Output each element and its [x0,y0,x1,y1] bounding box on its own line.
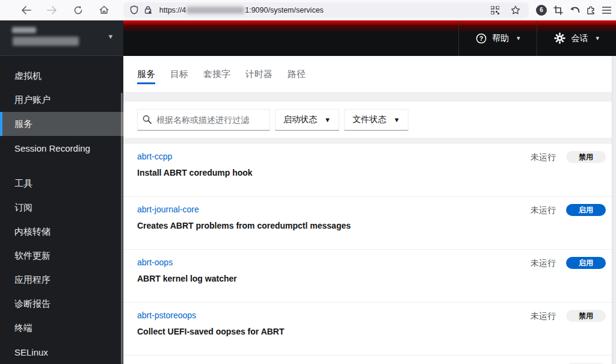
sidebar-item-服务[interactable]: 服务 [0,112,123,136]
service-file-state-badge: 禁用 [566,151,606,163]
tab-label: 计时器 [245,69,273,80]
bookmark-star-icon[interactable] [510,5,522,16]
service-info: abrt-pstoreoops Collect UEFI-saved oopse… [137,303,285,355]
shield-icon[interactable] [128,5,140,16]
tab-套接字[interactable]: 套接字 [203,56,230,92]
service-state: 未运行 [531,204,556,216]
lock-warning-icon[interactable] [143,5,155,16]
help-menu[interactable]: ? 帮助 ▾ [458,20,537,56]
sidebar-item-session-recording[interactable]: Session Recording [0,136,123,160]
address-bar[interactable]: https://41:9090/system/services [123,2,529,18]
filter-dropdown[interactable]: 启动状态▼ [275,109,339,131]
session-caret-icon: ▾ [596,34,599,42]
browser-back-icon[interactable] [18,2,34,18]
tab-目标[interactable]: 目标 [170,56,188,92]
help-label: 帮助 [492,33,509,44]
sidebar-item-label: Session Recording [14,143,90,153]
url-text[interactable]: https://41:9090/system/services [159,6,487,14]
services-tabs: 服务目标套接字计时器路径 [123,56,612,93]
service-state: 未运行 [531,257,556,269]
sidebar-item-label: 订阅 [14,202,32,214]
service-file-state-badge: 启用 [566,257,606,269]
sidebar-item-label: 软件更新 [14,250,51,262]
sidebar-item-label: 内核转储 [14,226,51,238]
sidebar-item-label: 工具 [14,178,32,190]
sidebar-item-工具[interactable]: 工具 [0,171,123,196]
service-row: abrt-ccpp Install ABRT coredump hook 未运行… [123,144,612,197]
browser-reload-icon[interactable] [70,2,86,18]
browser-toolbar: https://41:9090/system/services 6 [0,0,616,20]
sidebar-item-内核转储[interactable]: 内核转储 [0,220,123,244]
sidebar-item-selinux[interactable]: SELinux [0,340,123,364]
service-row: abrt-journal-core Creates ABRT problems … [123,197,612,250]
service-row: abrt-pstoreoops Collect UEFI-saved oopse… [123,303,612,356]
sidebar-item-诊断报告[interactable]: 诊断报告 [0,292,123,316]
url-prefix: https://4 [159,6,186,14]
service-name-link[interactable]: abrt-ccpp [137,150,172,162]
sidebar-item-虚拟机[interactable]: 虚拟机 [0,64,123,88]
filter-toolbar: 启动状态▼文件状态▼ [123,102,612,138]
svg-text:?: ? [479,34,483,42]
service-row: abrt-oops ABRT kernel log watcher 未运行 启用 [123,250,612,303]
masthead: ? 帮助 ▾ 会话 ▾ [123,20,616,56]
sidebar-item-软件更新[interactable]: 软件更新 [0,244,123,268]
service-name-link[interactable]: abrt-journal-core [137,203,199,215]
adblock-extension-badge[interactable]: 6 [536,5,547,16]
dropdown-caret-icon: ▼ [393,116,400,123]
service-status: 未运行 禁用 [531,303,606,355]
sidebar-item-label: 虚拟机 [14,70,42,82]
filter-dropdowns: 启动状态▼文件状态▼ [270,109,408,131]
service-info: abrt-journal-core Creates ABRT problems … [137,197,351,249]
service-name-link[interactable]: abrt-pstoreoops [137,309,196,321]
service-state: 未运行 [531,310,556,322]
tab-label: 套接字 [203,69,230,80]
sidebar-item-label: SELinux [14,347,48,357]
service-description: Install ABRT coredump hook [137,167,253,178]
service-info: abrt-ccpp Install ABRT coredump hook [137,144,253,196]
service-status: 未运行 禁用 [531,356,606,364]
sidebar-item-订阅[interactable]: 订阅 [0,196,123,220]
sidebar-item-label: 应用程序 [14,274,51,286]
qr-extension-icon[interactable] [489,5,501,16]
session-menu[interactable]: 会话 ▾ [537,20,616,56]
search-input[interactable] [137,109,270,131]
sidebar-item-终端[interactable]: 终端 [0,316,123,340]
sidebar-item-应用程序[interactable]: 应用程序 [0,268,123,292]
sidebar-nav: 虚拟机用户账户服务Session Recording工具订阅内核转储软件更新应用… [0,56,123,364]
url-redaction [186,7,244,14]
extension-puzzle-icon[interactable] [587,5,596,14]
tab-label: 服务 [137,69,155,80]
screenshot-crop-icon[interactable] [553,5,563,15]
sidebar-item-label: 诊断报告 [14,298,51,310]
filter-dropdown[interactable]: 文件状态▼ [344,109,408,131]
service-status: 未运行 启用 [531,250,606,302]
service-description: Collect UEFI-saved oopses for ABRT [137,326,285,337]
gear-icon [554,32,565,44]
service-file-state-badge: 启用 [566,204,606,216]
browser-forward-icon[interactable] [44,2,60,18]
tab-服务[interactable]: 服务 [137,56,155,92]
service-name-link[interactable]: abrt-oops [137,256,173,268]
service-status: 未运行 启用 [531,197,606,249]
service-info: abrt-oops ABRT kernel log watcher [137,250,237,302]
sidebar-scrollbar[interactable] [121,93,123,364]
help-circle-icon: ? [476,33,487,44]
browser-home-icon[interactable] [96,2,112,18]
sidebar-item-label: 服务 [14,119,32,130]
tab-label: 目标 [170,69,188,80]
service-list: abrt-ccpp Install ABRT coredump hook 未运行… [123,144,612,364]
service-description: ABRT kernel log watcher [137,273,237,284]
help-caret-icon: ▾ [517,34,520,42]
undo-arrow-icon[interactable] [570,5,580,14]
service-state: 未运行 [531,151,556,163]
sidebar-item-用户账户[interactable]: 用户账户 [0,88,123,112]
tab-计时器[interactable]: 计时器 [245,56,273,92]
url-suffix: 1:9090/system/services [245,6,324,14]
tab-路径[interactable]: 路径 [288,56,306,92]
sidebar-item-label: 终端 [14,322,32,334]
host-selector[interactable]: ▾ [0,20,123,56]
menu-hamburger-icon[interactable] [602,7,611,14]
service-description: Creates ABRT problems from coredumpctl m… [137,220,351,231]
sidebar-item-label: 用户账户 [14,94,51,106]
page-scrollbar[interactable] [612,56,616,364]
